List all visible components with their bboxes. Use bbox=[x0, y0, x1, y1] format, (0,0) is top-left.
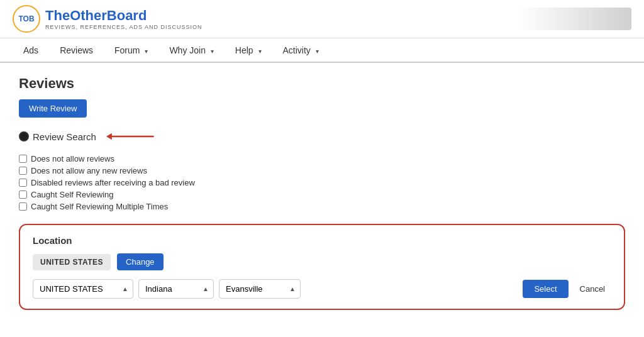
nav-item-why-join: Why Join ▾ bbox=[158, 38, 224, 62]
activity-dropdown-arrow: ▾ bbox=[316, 48, 319, 55]
logo-abbr: TOB bbox=[18, 14, 34, 23]
review-search-label: Review Search bbox=[19, 131, 96, 142]
logo-tagline: REVIEWS, REFERENCES, ADS AND DISCUSSION bbox=[45, 24, 203, 30]
review-search-text: Review Search bbox=[33, 131, 96, 142]
nav-item-reviews: Reviews bbox=[49, 38, 104, 62]
checkbox-list: Does not allow reviews Does not allow an… bbox=[19, 154, 625, 211]
list-item: Does not allow any new reviews bbox=[19, 166, 625, 175]
nav-link-activity[interactable]: Activity ▾ bbox=[272, 38, 330, 62]
main-content: Reviews Write Review Review Search Does … bbox=[0, 63, 644, 323]
logo-name: TheOtherBoard bbox=[45, 8, 203, 24]
logo[interactable]: TOB TheOtherBoard REVIEWS, REFERENCES, A… bbox=[13, 5, 203, 33]
nav-link-help[interactable]: Help ▾ bbox=[225, 38, 272, 62]
radio-icon bbox=[19, 131, 29, 141]
checkbox-label: Caught Self Reviewing Multiple Times bbox=[31, 202, 168, 211]
state-select[interactable]: Indiana bbox=[138, 279, 214, 299]
navigation: Ads Reviews Forum ▾ Why Join ▾ Help ▾ A bbox=[0, 38, 644, 63]
nav-item-forum: Forum ▾ bbox=[104, 38, 158, 62]
forum-dropdown-arrow: ▾ bbox=[145, 48, 148, 55]
logo-text: TheOtherBoard REVIEWS, REFERENCES, ADS A… bbox=[45, 8, 203, 30]
list-item: Caught Self Reviewing Multiple Times bbox=[19, 202, 625, 211]
state-select-wrapper: Indiana ▲ bbox=[138, 279, 214, 299]
country-select-wrapper: UNITED STATES ▲ bbox=[33, 279, 133, 299]
checkbox-self-reviewing[interactable] bbox=[19, 191, 27, 199]
checkbox-label: Does not allow any new reviews bbox=[31, 166, 147, 175]
location-row1: UNITED STATES Change bbox=[33, 253, 611, 270]
list-item: Disabled reviews after receiving a bad r… bbox=[19, 178, 625, 187]
list-item: Caught Self Reviewing bbox=[19, 190, 625, 199]
checkbox-disabled-reviews[interactable] bbox=[19, 179, 27, 187]
list-item: Does not allow reviews bbox=[19, 154, 625, 163]
svg-marker-1 bbox=[106, 133, 112, 140]
checkbox-no-new-reviews[interactable] bbox=[19, 167, 27, 175]
nav-item-activity: Activity ▾ bbox=[272, 38, 330, 62]
red-arrow-icon bbox=[106, 129, 157, 144]
header-right-area bbox=[518, 8, 631, 30]
review-search-row: Review Search bbox=[19, 129, 625, 144]
nav-link-why-join[interactable]: Why Join ▾ bbox=[158, 38, 224, 62]
checkbox-no-reviews[interactable] bbox=[19, 155, 27, 163]
help-dropdown-arrow: ▾ bbox=[258, 48, 262, 55]
country-select[interactable]: UNITED STATES bbox=[33, 279, 133, 299]
checkbox-label: Caught Self Reviewing bbox=[31, 190, 114, 199]
nav-list: Ads Reviews Forum ▾ Why Join ▾ Help ▾ A bbox=[13, 38, 631, 62]
nav-item-ads: Ads bbox=[13, 38, 49, 62]
location-row2: UNITED STATES ▲ Indiana ▲ Evansville ▲ bbox=[33, 279, 611, 299]
nav-link-ads[interactable]: Ads bbox=[13, 38, 49, 62]
country-badge: UNITED STATES bbox=[33, 254, 111, 270]
checkbox-label: Does not allow reviews bbox=[31, 154, 114, 163]
header: TOB TheOtherBoard REVIEWS, REFERENCES, A… bbox=[0, 0, 644, 38]
city-select-wrapper: Evansville ▲ bbox=[219, 279, 301, 299]
cancel-button[interactable]: Cancel bbox=[574, 280, 611, 298]
nav-link-forum[interactable]: Forum ▾ bbox=[104, 38, 158, 62]
select-button[interactable]: Select bbox=[523, 280, 568, 298]
nav-item-help: Help ▾ bbox=[225, 38, 272, 62]
location-selects-row: UNITED STATES ▲ Indiana ▲ Evansville ▲ bbox=[33, 279, 611, 299]
nav-link-reviews[interactable]: Reviews bbox=[49, 38, 104, 62]
location-box: Location UNITED STATES Change UNITED STA… bbox=[19, 224, 625, 310]
checkbox-label: Disabled reviews after receiving a bad r… bbox=[31, 178, 195, 187]
arrow-indicator bbox=[106, 129, 157, 144]
city-select[interactable]: Evansville bbox=[219, 279, 301, 299]
why-join-dropdown-arrow: ▾ bbox=[211, 48, 214, 55]
logo-icon: TOB bbox=[13, 5, 40, 33]
location-title: Location bbox=[33, 235, 611, 246]
checkbox-self-reviewing-multiple[interactable] bbox=[19, 202, 27, 211]
write-review-button[interactable]: Write Review bbox=[19, 99, 87, 118]
page-title: Reviews bbox=[19, 75, 625, 92]
change-button[interactable]: Change bbox=[117, 253, 164, 270]
